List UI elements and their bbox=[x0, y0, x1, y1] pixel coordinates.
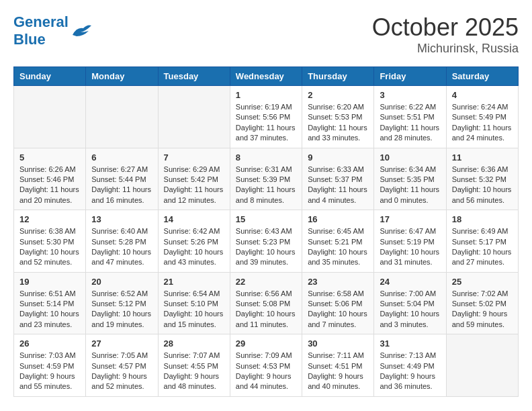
calendar-cell: 5 Sunrise: 6:26 AMSunset: 5:46 PMDayligh… bbox=[14, 148, 86, 210]
calendar-cell: 19 Sunrise: 6:51 AMSunset: 5:14 PMDaylig… bbox=[14, 272, 86, 334]
cell-info: Sunrise: 6:31 AMSunset: 5:39 PMDaylight:… bbox=[236, 165, 296, 206]
calendar-week-row: 19 Sunrise: 6:51 AMSunset: 5:14 PMDaylig… bbox=[14, 272, 519, 334]
cell-date: 2 bbox=[308, 90, 368, 100]
calendar-cell: 13 Sunrise: 6:40 AMSunset: 5:28 PMDaylig… bbox=[86, 210, 158, 273]
calendar-cell: 11 Sunrise: 6:36 AMSunset: 5:32 PMDaylig… bbox=[446, 148, 518, 210]
calendar-cell: 18 Sunrise: 6:49 AMSunset: 5:17 PMDaylig… bbox=[446, 210, 518, 273]
title-block: October 2025 Michurinsk, Russia bbox=[372, 13, 519, 56]
location-title: Michurinsk, Russia bbox=[372, 42, 519, 56]
cell-info: Sunrise: 6:20 AMSunset: 5:53 PMDaylight:… bbox=[308, 102, 368, 144]
cell-date: 31 bbox=[380, 338, 440, 349]
calendar-cell: 25 Sunrise: 7:02 AMSunset: 5:02 PMDaylig… bbox=[446, 272, 518, 334]
calendar-cell: 10 Sunrise: 6:34 AMSunset: 5:35 PMDaylig… bbox=[374, 148, 446, 210]
cell-info: Sunrise: 7:11 AMSunset: 4:51 PMDaylight:… bbox=[308, 351, 368, 392]
cell-info: Sunrise: 6:27 AMSunset: 5:44 PMDaylight:… bbox=[91, 165, 152, 206]
cell-info: Sunrise: 6:38 AMSunset: 5:30 PMDaylight:… bbox=[19, 226, 80, 268]
calendar-cell: 3 Sunrise: 6:22 AMSunset: 5:51 PMDayligh… bbox=[374, 86, 446, 148]
calendar-cell: 24 Sunrise: 7:00 AMSunset: 5:04 PMDaylig… bbox=[374, 272, 446, 334]
cell-date: 12 bbox=[19, 214, 80, 224]
cell-date: 18 bbox=[452, 214, 513, 224]
calendar-cell: 14 Sunrise: 6:42 AMSunset: 5:26 PMDaylig… bbox=[158, 210, 230, 273]
calendar-cell: 27 Sunrise: 7:05 AMSunset: 4:57 PMDaylig… bbox=[86, 334, 158, 397]
cell-info: Sunrise: 7:05 AMSunset: 4:57 PMDaylight:… bbox=[91, 351, 152, 392]
cell-info: Sunrise: 7:07 AMSunset: 4:55 PMDaylight:… bbox=[164, 351, 224, 392]
cell-info: Sunrise: 6:58 AMSunset: 5:06 PMDaylight:… bbox=[308, 289, 368, 330]
cell-date: 6 bbox=[91, 152, 152, 163]
cell-info: Sunrise: 7:00 AMSunset: 5:04 PMDaylight:… bbox=[380, 289, 440, 330]
month-title: October 2025 bbox=[372, 13, 519, 42]
cell-date: 10 bbox=[380, 152, 440, 163]
calendar-week-row: 1 Sunrise: 6:19 AMSunset: 5:56 PMDayligh… bbox=[14, 86, 519, 148]
cell-date: 4 bbox=[452, 90, 513, 100]
cell-date: 22 bbox=[236, 277, 296, 287]
cell-info: Sunrise: 6:26 AMSunset: 5:46 PMDaylight:… bbox=[19, 165, 80, 206]
cell-info: Sunrise: 7:02 AMSunset: 5:02 PMDaylight:… bbox=[452, 289, 513, 330]
calendar-cell: 30 Sunrise: 7:11 AMSunset: 4:51 PMDaylig… bbox=[302, 334, 374, 397]
cell-info: Sunrise: 6:29 AMSunset: 5:42 PMDaylight:… bbox=[164, 165, 224, 206]
calendar-cell: 28 Sunrise: 7:07 AMSunset: 4:55 PMDaylig… bbox=[158, 334, 230, 397]
cell-date: 21 bbox=[164, 277, 224, 287]
cell-date: 14 bbox=[164, 214, 224, 224]
cell-info: Sunrise: 6:40 AMSunset: 5:28 PMDaylight:… bbox=[91, 226, 152, 268]
cell-date: 28 bbox=[164, 338, 224, 349]
day-header-monday: Monday bbox=[86, 67, 158, 86]
calendar-cell bbox=[86, 86, 158, 148]
day-header-sunday: Sunday bbox=[14, 67, 86, 86]
calendar-cell: 15 Sunrise: 6:43 AMSunset: 5:23 PMDaylig… bbox=[230, 210, 302, 273]
cell-info: Sunrise: 7:13 AMSunset: 4:49 PMDaylight:… bbox=[380, 351, 440, 392]
calendar-cell: 20 Sunrise: 6:52 AMSunset: 5:12 PMDaylig… bbox=[86, 272, 158, 334]
cell-date: 7 bbox=[164, 152, 224, 163]
calendar-cell: 22 Sunrise: 6:56 AMSunset: 5:08 PMDaylig… bbox=[230, 272, 302, 334]
day-header-tuesday: Tuesday bbox=[158, 67, 230, 86]
cell-info: Sunrise: 6:24 AMSunset: 5:49 PMDaylight:… bbox=[452, 102, 513, 144]
cell-info: Sunrise: 6:51 AMSunset: 5:14 PMDaylight:… bbox=[19, 289, 80, 330]
cell-date: 26 bbox=[19, 338, 80, 349]
calendar-cell bbox=[446, 334, 518, 397]
calendar-week-row: 5 Sunrise: 6:26 AMSunset: 5:46 PMDayligh… bbox=[14, 148, 519, 210]
cell-info: Sunrise: 6:43 AMSunset: 5:23 PMDaylight:… bbox=[236, 226, 296, 268]
logo-bird-icon bbox=[71, 21, 93, 40]
cell-info: Sunrise: 6:52 AMSunset: 5:12 PMDaylight:… bbox=[91, 289, 152, 330]
cell-date: 11 bbox=[452, 152, 513, 163]
cell-date: 25 bbox=[452, 277, 513, 287]
day-header-wednesday: Wednesday bbox=[230, 67, 302, 86]
cell-info: Sunrise: 7:03 AMSunset: 4:59 PMDaylight:… bbox=[19, 351, 80, 392]
calendar-cell bbox=[14, 86, 86, 148]
cell-date: 13 bbox=[91, 214, 152, 224]
cell-date: 9 bbox=[308, 152, 368, 163]
cell-info: Sunrise: 6:54 AMSunset: 5:10 PMDaylight:… bbox=[164, 289, 224, 330]
calendar-header-row: SundayMondayTuesdayWednesdayThursdayFrid… bbox=[14, 67, 519, 86]
cell-info: Sunrise: 6:36 AMSunset: 5:32 PMDaylight:… bbox=[452, 165, 513, 206]
calendar-cell: 23 Sunrise: 6:58 AMSunset: 5:06 PMDaylig… bbox=[302, 272, 374, 334]
cell-info: Sunrise: 7:09 AMSunset: 4:53 PMDaylight:… bbox=[236, 351, 296, 392]
cell-date: 5 bbox=[19, 152, 80, 163]
cell-date: 20 bbox=[91, 277, 152, 287]
cell-date: 8 bbox=[236, 152, 296, 163]
calendar-cell: 21 Sunrise: 6:54 AMSunset: 5:10 PMDaylig… bbox=[158, 272, 230, 334]
calendar-cell: 9 Sunrise: 6:33 AMSunset: 5:37 PMDayligh… bbox=[302, 148, 374, 210]
calendar-cell: 2 Sunrise: 6:20 AMSunset: 5:53 PMDayligh… bbox=[302, 86, 374, 148]
calendar-cell: 17 Sunrise: 6:47 AMSunset: 5:19 PMDaylig… bbox=[374, 210, 446, 273]
cell-info: Sunrise: 6:47 AMSunset: 5:19 PMDaylight:… bbox=[380, 226, 440, 268]
calendar-cell: 4 Sunrise: 6:24 AMSunset: 5:49 PMDayligh… bbox=[446, 86, 518, 148]
calendar-week-row: 26 Sunrise: 7:03 AMSunset: 4:59 PMDaylig… bbox=[14, 334, 519, 397]
cell-info: Sunrise: 6:19 AMSunset: 5:56 PMDaylight:… bbox=[236, 102, 296, 144]
calendar-cell: 26 Sunrise: 7:03 AMSunset: 4:59 PMDaylig… bbox=[14, 334, 86, 397]
cell-date: 24 bbox=[380, 277, 440, 287]
calendar-cell: 6 Sunrise: 6:27 AMSunset: 5:44 PMDayligh… bbox=[86, 148, 158, 210]
cell-info: Sunrise: 6:42 AMSunset: 5:26 PMDaylight:… bbox=[164, 226, 224, 268]
calendar-cell bbox=[158, 86, 230, 148]
logo: General Blue bbox=[13, 13, 93, 49]
cell-date: 23 bbox=[308, 277, 368, 287]
cell-info: Sunrise: 6:49 AMSunset: 5:17 PMDaylight:… bbox=[452, 226, 513, 268]
cell-date: 19 bbox=[19, 277, 80, 287]
calendar-week-row: 12 Sunrise: 6:38 AMSunset: 5:30 PMDaylig… bbox=[14, 210, 519, 273]
calendar-cell: 29 Sunrise: 7:09 AMSunset: 4:53 PMDaylig… bbox=[230, 334, 302, 397]
cell-date: 17 bbox=[380, 214, 440, 224]
calendar-cell: 12 Sunrise: 6:38 AMSunset: 5:30 PMDaylig… bbox=[14, 210, 86, 273]
cell-date: 3 bbox=[380, 90, 440, 100]
cell-date: 15 bbox=[236, 214, 296, 224]
calendar-cell: 7 Sunrise: 6:29 AMSunset: 5:42 PMDayligh… bbox=[158, 148, 230, 210]
cell-info: Sunrise: 6:33 AMSunset: 5:37 PMDaylight:… bbox=[308, 165, 368, 206]
cell-date: 1 bbox=[236, 90, 296, 100]
